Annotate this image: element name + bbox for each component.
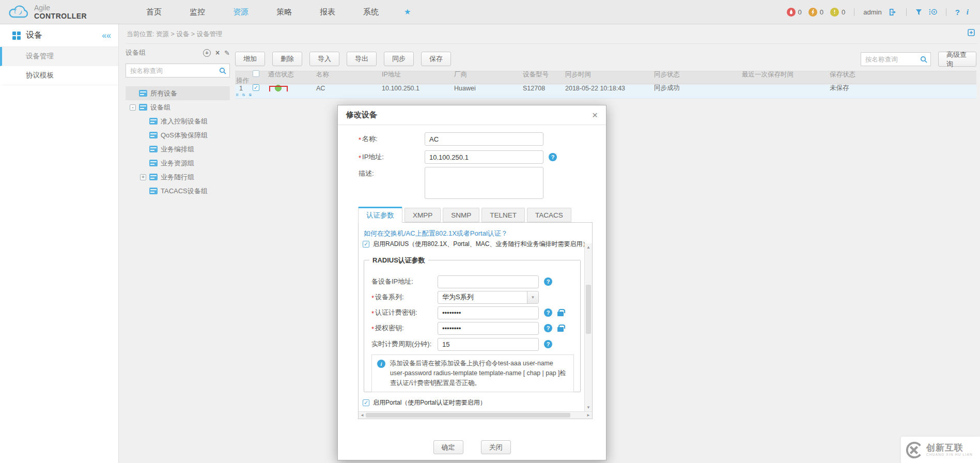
col-sync-time[interactable]: 同步时间 — [564, 70, 653, 79]
col-name[interactable]: 名称 — [315, 70, 381, 79]
export-button[interactable]: 导出 — [347, 52, 377, 66]
help-circle-icon[interactable]: ? — [544, 340, 552, 348]
nav-home[interactable]: 首页 — [132, 7, 176, 17]
tab-auth-params[interactable]: 认证参数 — [358, 207, 402, 223]
backup-ip-input[interactable] — [438, 275, 539, 288]
vertical-scrollbar[interactable]: ▲ ▼ — [584, 243, 592, 411]
ip-input[interactable] — [425, 150, 543, 164]
tree-item-free-mobility-group[interactable]: + 业务随行组 — [126, 170, 230, 184]
close-icon[interactable]: × — [592, 110, 598, 120]
nav-system[interactable]: 系统 — [349, 7, 393, 17]
desc-textarea[interactable] — [425, 167, 543, 199]
save-device-icon[interactable] — [249, 91, 252, 99]
sync-button[interactable]: 同步 — [384, 52, 414, 66]
scroll-down-icon[interactable]: ▼ — [585, 405, 592, 410]
tab-tacacs[interactable]: TACACS — [527, 208, 571, 222]
nav-resource[interactable]: 资源 — [219, 7, 262, 17]
tree-item-qos-group[interactable]: QoS体验保障组 — [126, 128, 230, 142]
expand-toggle-icon[interactable]: + — [140, 174, 146, 180]
col-sync-status[interactable]: 同步状态 — [653, 70, 741, 79]
alarm-minor-badge[interactable]: ! 0 — [830, 8, 845, 17]
config-help-link[interactable]: 如何在交换机/AC上配置802.1X或者Portal认证？ — [364, 229, 508, 238]
tree-item-service-resource-group[interactable]: 业务资源组 — [126, 156, 230, 170]
nav-report[interactable]: 报表 — [306, 7, 349, 17]
ok-button[interactable]: 确定 — [433, 440, 463, 454]
delete-group-icon[interactable]: × — [215, 49, 220, 57]
scroll-left-icon[interactable]: ◄ — [360, 413, 364, 418]
help-circle-icon[interactable]: ? — [544, 277, 552, 286]
table-row[interactable]: 1 AC 10.100.250.1 Huawei S12708 2018-05-… — [235, 85, 976, 99]
tree-search-input[interactable] — [126, 64, 229, 77]
select-all-checkbox[interactable] — [252, 70, 267, 79]
horizontal-scroll-thumb[interactable] — [366, 413, 570, 418]
license-icon[interactable] — [929, 8, 937, 16]
qos-group-icon — [149, 132, 158, 138]
tree-item-service-orchestration-group[interactable]: 业务编排组 — [126, 142, 230, 156]
sidebar-title: 设备 — [26, 30, 102, 41]
favorites-star-icon[interactable]: ★ — [393, 7, 422, 17]
tree-item-all-devices[interactable]: 所有设备 — [126, 86, 230, 100]
tree-item-device-group[interactable]: - 设备组 — [126, 100, 230, 114]
col-save-status[interactable]: 保存状态 — [829, 70, 976, 79]
authorize-key-input[interactable] — [438, 322, 539, 335]
radius-checkbox[interactable] — [363, 241, 369, 248]
import-button[interactable]: 导入 — [309, 52, 339, 66]
cell-name[interactable]: AC — [315, 85, 381, 92]
sidebar-item-protocol-template[interactable]: 协议模板 — [0, 66, 118, 85]
lock-icon[interactable] — [557, 327, 564, 332]
help-circle-icon[interactable]: ? — [544, 324, 552, 332]
device-detail-icon[interactable] — [236, 91, 239, 99]
accounting-period-input[interactable] — [438, 338, 539, 351]
scroll-right-icon[interactable]: ► — [586, 413, 590, 418]
col-operation[interactable]: 操作 — [235, 76, 252, 85]
close-button[interactable]: 关闭 — [481, 440, 511, 454]
save-button[interactable]: 保存 — [421, 52, 451, 66]
alarm-major-badge[interactable]: 0 — [808, 8, 823, 17]
col-ip[interactable]: IP地址 — [381, 70, 453, 79]
collapse-toggle-icon[interactable]: - — [130, 104, 136, 111]
tree-item-tacacs-group[interactable]: TACACS设备组 — [126, 184, 230, 198]
delete-button[interactable]: 删除 — [272, 52, 302, 66]
add-group-icon[interactable]: + — [203, 49, 211, 57]
col-comm-status[interactable]: 通信状态 — [267, 70, 315, 79]
help-circle-icon[interactable]: ? — [544, 308, 552, 317]
name-input[interactable] — [425, 132, 543, 146]
device-config-icon[interactable] — [242, 91, 245, 99]
search-icon[interactable] — [920, 56, 927, 65]
horizontal-scrollbar[interactable]: ◄ ► — [359, 411, 592, 419]
alarm-critical-badge[interactable]: 0 — [787, 8, 802, 17]
required-asterisk: * — [359, 154, 361, 162]
collapse-sidebar-icon[interactable]: «« — [102, 31, 111, 40]
tab-xmpp[interactable]: XMPP — [405, 208, 441, 222]
sidebar-item-device-management[interactable]: 设备管理 — [0, 47, 118, 66]
help-circle-icon[interactable]: ? — [549, 153, 557, 161]
vertical-scroll-thumb[interactable] — [586, 285, 591, 334]
nav-monitor[interactable]: 监控 — [176, 7, 219, 17]
logout-icon[interactable] — [889, 8, 897, 16]
row-checkbox[interactable] — [252, 84, 267, 92]
search-icon[interactable] — [219, 67, 226, 76]
edit-group-icon[interactable]: ✎ — [224, 49, 230, 57]
user-name[interactable]: admin — [863, 8, 881, 16]
col-model[interactable]: 设备型号 — [522, 70, 564, 79]
tree-item-admission-control-group[interactable]: 准入控制设备组 — [126, 114, 230, 128]
portal-checkbox[interactable] — [363, 399, 369, 406]
about-icon[interactable]: i — [967, 8, 969, 17]
lock-icon[interactable] — [557, 312, 564, 316]
filter-icon[interactable] — [915, 9, 922, 16]
advanced-search-button[interactable]: 高级查询 — [938, 52, 976, 67]
nav-policy[interactable]: 策略 — [262, 7, 306, 17]
add-button[interactable]: 增加 — [235, 52, 265, 66]
quick-access-icon[interactable] — [968, 29, 975, 38]
tab-snmp[interactable]: SNMP — [443, 208, 479, 222]
chevron-down-icon[interactable]: ▼ — [527, 291, 538, 303]
scroll-up-icon[interactable]: ▲ — [585, 245, 592, 250]
tab-telnet[interactable]: TELNET — [481, 208, 525, 222]
ip-label: *IP地址: — [359, 152, 425, 162]
sidebar: 设备 «« 设备管理 协议模板 — [0, 24, 119, 463]
device-series-select[interactable]: 华为S系列 ▼ — [438, 291, 539, 304]
col-vendor[interactable]: 厂商 — [453, 70, 522, 79]
auth-key-input[interactable] — [438, 306, 539, 319]
help-icon[interactable]: ? — [955, 8, 960, 17]
col-last-save-time[interactable]: 最近一次保存时间 — [741, 70, 829, 79]
